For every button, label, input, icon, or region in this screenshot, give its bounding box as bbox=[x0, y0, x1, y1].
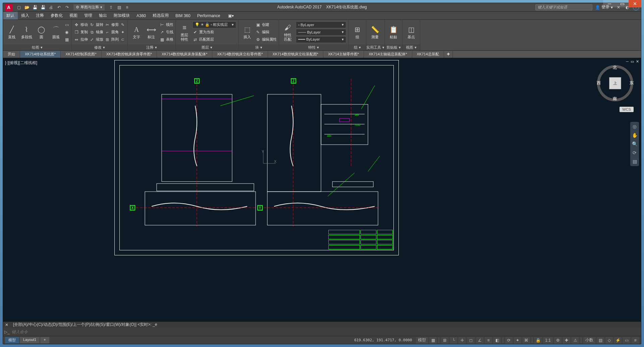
doc-tab-8[interactable]: XK714主轴箱总装配体* bbox=[364, 51, 412, 58]
viewcube-south[interactable]: 南 bbox=[613, 96, 617, 102]
workspace-selector[interactable]: ⚙ 草图与注释 ▾ bbox=[73, 4, 105, 10]
stretch-button[interactable]: ⇔拉伸 bbox=[74, 36, 88, 43]
circle-button[interactable]: ◯圆 bbox=[35, 21, 48, 43]
hardware-toggle[interactable]: ⚡ bbox=[614, 337, 622, 344]
panel-clip-title[interactable]: 剪贴板 ▾ bbox=[385, 44, 402, 50]
text-button[interactable]: A文字 bbox=[130, 21, 143, 43]
move-button[interactable]: ✥移动 bbox=[74, 21, 88, 28]
layout-tab-layout1[interactable]: Layout1 bbox=[20, 337, 40, 343]
mirror-button[interactable]: ⧉镜像 bbox=[89, 29, 103, 36]
doc-tab-2[interactable]: XK714控制系统图* bbox=[61, 51, 101, 58]
group-button[interactable]: ⊞组 bbox=[351, 21, 364, 43]
window-minimize-button[interactable]: ─ bbox=[603, 0, 616, 7]
vp-minimize-icon[interactable]: ─ bbox=[626, 59, 629, 64]
pan-icon[interactable]: ✋ bbox=[632, 133, 638, 138]
drawing-viewport[interactable]: [-][俯视][二维线框] ─ ▭ ✕ 北 南 西 东 上 WCS ◎ ✋ 🔍 … bbox=[3, 58, 641, 321]
wcs-badge[interactable]: WCS bbox=[620, 107, 634, 112]
layer-selector[interactable]: 💡 ☀ 🔒 ▫ 粗实线层▾ bbox=[193, 21, 236, 28]
dim-button[interactable]: ⟷标注 bbox=[145, 21, 158, 43]
panel-modify-title[interactable]: 修改 ▾ bbox=[72, 44, 127, 50]
make-current-button[interactable]: ✔置为当前 bbox=[193, 29, 236, 36]
draw-hatch-button[interactable]: ▦ bbox=[64, 36, 69, 43]
doc-tab-start[interactable]: 开始 bbox=[3, 51, 20, 58]
doc-tab-add[interactable]: ✚ bbox=[444, 51, 453, 58]
annoscale-button[interactable]: 🔒 bbox=[534, 337, 542, 344]
quickprops-toggle[interactable]: ▤ bbox=[597, 337, 604, 344]
showmotion-icon[interactable]: ▤ bbox=[633, 159, 637, 164]
explode-button[interactable]: ✦ bbox=[120, 29, 125, 36]
annomonitor-toggle[interactable]: ⚠ bbox=[572, 337, 579, 344]
osnap-toggle[interactable]: ◻ bbox=[467, 337, 475, 344]
tab-insert[interactable]: 插入 bbox=[18, 12, 33, 19]
lineweight-toggle[interactable]: ≡ bbox=[485, 337, 492, 344]
tab-a360[interactable]: A360 bbox=[133, 12, 149, 19]
full-nav-wheel-icon[interactable]: ◎ bbox=[633, 124, 637, 129]
doc-tab-1[interactable]: XK714传动系统图* bbox=[20, 51, 61, 58]
match-layer-button[interactable]: ⇄匹配图层 bbox=[193, 36, 236, 43]
qat-new-icon[interactable]: ▢ bbox=[16, 4, 22, 10]
cycling-toggle[interactable]: ⟳ bbox=[505, 337, 513, 344]
cleanscreen-toggle[interactable]: ▭ bbox=[623, 337, 630, 344]
fillet-button[interactable]: ⌐圆角 bbox=[105, 29, 119, 36]
tab-featured[interactable]: 精选应用 bbox=[149, 12, 172, 19]
polar-toggle[interactable]: ✛ bbox=[459, 337, 466, 344]
leader-button[interactable]: ↗引线 bbox=[159, 29, 173, 36]
dynucs-toggle[interactable]: ⌘ bbox=[523, 337, 530, 344]
block-create-button[interactable]: ▣创建 bbox=[255, 21, 277, 28]
customize-button[interactable]: ≡ bbox=[632, 337, 639, 344]
transparency-toggle[interactable]: ◧ bbox=[493, 337, 501, 344]
block-editattr-button[interactable]: ⚙编辑属性 bbox=[255, 36, 277, 43]
viewcube-west[interactable]: 西 bbox=[597, 80, 601, 86]
qat-plot-icon[interactable]: 🖨 bbox=[48, 4, 54, 10]
panel-props-title[interactable]: 特性 ▾ bbox=[279, 44, 348, 50]
window-close-button[interactable]: ✕ bbox=[629, 0, 641, 7]
trim-button[interactable]: ✂修剪 bbox=[105, 21, 119, 28]
qat-redo-icon[interactable]: ↷ bbox=[64, 4, 70, 10]
layout-tab-model[interactable]: 模型 bbox=[5, 337, 19, 343]
copy-button[interactable]: ❐复制 bbox=[74, 29, 88, 36]
qat-share-icon[interactable]: ⇪ bbox=[108, 4, 114, 10]
orbit-icon[interactable]: ⟳ bbox=[633, 150, 637, 155]
doc-tab-4[interactable]: XK714数控铣床床身装配体* bbox=[157, 51, 212, 58]
arc-button[interactable]: ⌒圆弧 bbox=[49, 21, 63, 43]
tab-default[interactable]: 默认 bbox=[3, 12, 18, 19]
doc-tab-7[interactable]: XK714主轴零件图* bbox=[323, 51, 364, 58]
panel-layers-title[interactable]: 图层 ▾ bbox=[176, 44, 238, 50]
workspace-button[interactable]: ✚ bbox=[563, 337, 570, 344]
linetype-selector[interactable]: ─── ByLayer▾ bbox=[296, 29, 346, 36]
window-maximize-button[interactable]: ▭ bbox=[616, 0, 629, 7]
erase-button[interactable]: ✎ bbox=[120, 21, 125, 28]
tab-focus[interactable]: ▣▾ bbox=[225, 12, 237, 19]
tab-manage[interactable]: 管理 bbox=[81, 12, 96, 19]
panel-group-title[interactable]: 组 ▾ bbox=[348, 44, 366, 50]
units-button[interactable]: 小数 bbox=[583, 337, 595, 344]
tab-output[interactable]: 输出 bbox=[96, 12, 110, 19]
color-selector[interactable]: ▫ ByLayer▾ bbox=[296, 21, 346, 28]
table-button[interactable]: ▦表格 bbox=[159, 36, 173, 43]
cmd-close-icon[interactable]: ✕ bbox=[3, 323, 10, 327]
snap-toggle[interactable]: ⊞ bbox=[441, 337, 448, 344]
qat-saveas-icon[interactable]: 💾 bbox=[40, 4, 46, 10]
qat-extra2-icon[interactable]: ≡ bbox=[124, 4, 130, 10]
measure-button[interactable]: 📏测量 bbox=[368, 21, 382, 43]
zoom-icon[interactable]: 🔍 bbox=[632, 141, 638, 147]
3dosnap-toggle[interactable]: ✦ bbox=[514, 337, 521, 344]
tab-view[interactable]: 视图 bbox=[66, 12, 81, 19]
scale-button[interactable]: ⤢缩放 bbox=[89, 36, 103, 43]
viewcube-north[interactable]: 北 bbox=[613, 65, 617, 70]
tab-addins[interactable]: 附加模块 bbox=[110, 12, 133, 19]
qat-undo-icon[interactable]: ↶ bbox=[56, 4, 62, 10]
tab-bim360[interactable]: BIM 360 bbox=[172, 12, 194, 19]
viewport-label[interactable]: [-][俯视][二维线框] bbox=[5, 60, 37, 66]
isodraft-toggle[interactable]: ◇ bbox=[605, 337, 613, 344]
viewcube-east[interactable]: 东 bbox=[630, 80, 634, 86]
command-input[interactable] bbox=[12, 330, 640, 334]
qat-extra1-icon[interactable]: ▤ bbox=[116, 4, 122, 10]
model-space-button[interactable]: 模型 bbox=[416, 337, 428, 344]
draw-rect-button[interactable]: ▭ bbox=[64, 21, 69, 28]
match-props-button[interactable]: 🖌特性 匹配 bbox=[281, 21, 294, 43]
tab-parametric[interactable]: 参数化 bbox=[47, 12, 66, 19]
linear-dim-button[interactable]: ⊢线性 bbox=[159, 21, 173, 28]
draw-ellipse-button[interactable]: ◉ bbox=[64, 29, 69, 36]
panel-annot-title[interactable]: 注释 ▾ bbox=[128, 44, 175, 50]
